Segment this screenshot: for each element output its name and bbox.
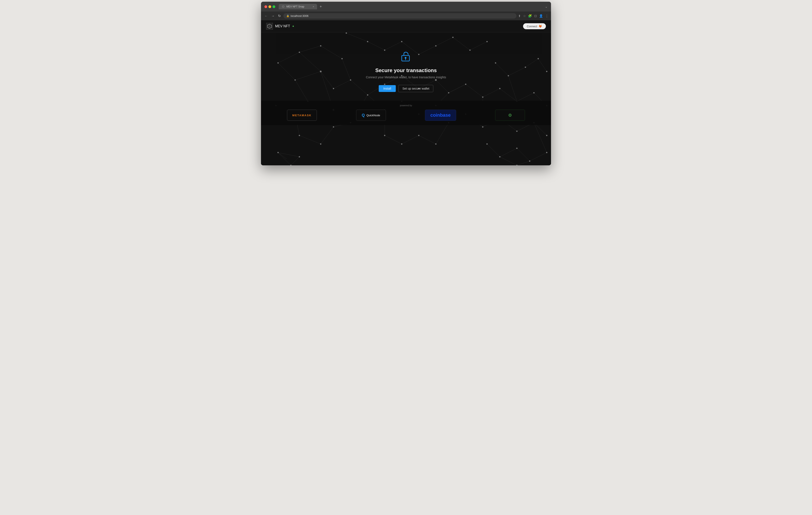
maximize-button[interactable] (272, 5, 275, 8)
metamask-text: METAMASK (292, 114, 312, 117)
svg-point-119 (435, 143, 436, 145)
browser-toolbar: ← → ↻ 🔒 localhost:3006 ⬆ ☆ 🧩 ⊡ 👤 ⋮ (261, 11, 551, 20)
new-tab-button[interactable]: + (318, 4, 324, 9)
traffic-lights (264, 5, 275, 8)
tab-title: MEV NFT Snap (286, 5, 304, 8)
app-navbar: MEV NFT Connect 🦊 (261, 20, 551, 32)
security-icon: 🔒 (286, 15, 289, 17)
svg-point-137 (486, 143, 488, 145)
svg-point-134 (278, 152, 279, 153)
powered-by-label: powered by (269, 104, 543, 107)
coinbase-text: coinbase (430, 112, 451, 118)
lock-icon (400, 50, 412, 62)
tab-close-btn[interactable]: × (313, 5, 314, 8)
toolbar-actions: ⬆ ☆ 🧩 ⊡ 👤 ⋮ (518, 14, 548, 18)
svg-point-136 (299, 156, 300, 158)
quicknode-text: QuickNode (366, 114, 380, 117)
svg-point-93 (320, 143, 321, 145)
green-partner-logo: ⚙ (495, 110, 525, 121)
svg-point-94 (333, 126, 334, 128)
app-logo: MEV NFT (266, 23, 294, 30)
share-icon[interactable]: ⬆ (518, 14, 521, 18)
hero-subtitle: Connect your MetaMask wallet, to have tr… (366, 76, 446, 79)
status-dot (293, 26, 294, 27)
close-button[interactable] (264, 5, 267, 8)
minimize-button[interactable] (268, 5, 271, 8)
svg-point-140 (529, 160, 530, 162)
active-tab[interactable]: MEV NFT Snap × (279, 4, 317, 9)
address-text: localhost:3006 (291, 14, 309, 18)
green-partner-icon: ⚙ (508, 113, 512, 118)
logo-icon (266, 23, 273, 30)
menu-icon[interactable]: ⋮ (545, 14, 548, 18)
browser-titlebar: MEV NFT Snap × + ⌄ (261, 2, 551, 11)
svg-point-118 (418, 135, 419, 136)
svg-point-116 (384, 135, 385, 136)
address-bar[interactable]: 🔒 localhost:3006 (283, 13, 517, 19)
split-view-icon[interactable]: ⊡ (534, 14, 537, 18)
partner-logos: METAMASK Q QuickNode coinbase ⚙ (269, 110, 543, 121)
tab-favicon (282, 5, 285, 8)
profile-icon[interactable]: 👤 (539, 14, 543, 18)
connect-label: Connect (527, 25, 537, 28)
metamask-logo: METAMASK (287, 110, 317, 121)
connect-button[interactable]: Connect 🦊 (523, 23, 546, 29)
footer: powered by METAMASK Q QuickNode coinbase… (261, 101, 551, 125)
forward-button[interactable]: → (270, 13, 276, 18)
install-button[interactable]: Install (379, 85, 396, 92)
lock-icon-wrapper (400, 50, 412, 63)
browser-window: MEV NFT Snap × + ⌄ ← → ↻ 🔒 localhost:300… (261, 2, 551, 165)
coinbase-logo: coinbase (425, 110, 456, 121)
tab-bar: MEV NFT Snap × + ⌄ (279, 4, 548, 9)
reload-button[interactable]: ↻ (277, 13, 282, 18)
bookmark-icon[interactable]: ☆ (523, 14, 526, 18)
svg-rect-0 (282, 5, 285, 8)
app-container: MEV NFT Connect 🦊 Secure your transa (261, 20, 551, 165)
svg-point-115 (546, 135, 547, 136)
svg-point-111 (482, 126, 484, 128)
setup-wallet-button[interactable]: Set up secure wallet (398, 85, 433, 92)
back-button[interactable]: ← (264, 13, 269, 18)
svg-point-138 (499, 156, 500, 158)
action-buttons: Install Set up secure wallet (379, 85, 434, 92)
tab-dropdown[interactable]: ⌄ (545, 5, 548, 8)
extensions-icon[interactable]: 🧩 (528, 14, 532, 18)
svg-point-92 (299, 135, 300, 136)
svg-point-113 (516, 131, 518, 132)
connect-icon: 🦊 (539, 25, 542, 28)
hero-section: Secure your transactions Connect your Me… (261, 32, 551, 101)
hero-title: Secure your transactions (375, 67, 437, 73)
svg-point-139 (516, 147, 518, 149)
quicknode-logo: Q QuickNode (356, 110, 386, 121)
app-title: MEV NFT (275, 24, 290, 28)
quicknode-icon: Q (361, 113, 365, 117)
svg-point-117 (401, 143, 402, 145)
svg-point-141 (546, 152, 547, 153)
